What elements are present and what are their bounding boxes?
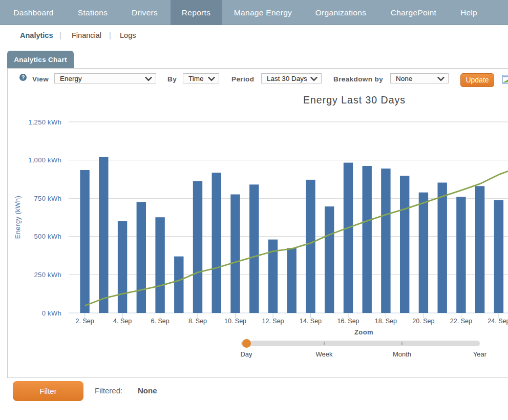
svg-text:4. Sep: 4. Sep [113, 318, 132, 325]
svg-text:16. Sep: 16. Sep [337, 318, 359, 325]
svg-text:2. Sep: 2. Sep [76, 318, 94, 325]
svg-text:24. Sep: 24. Sep [488, 318, 508, 325]
svg-text:20. Sep: 20. Sep [412, 318, 434, 325]
svg-text:6. Sep: 6. Sep [151, 318, 170, 325]
svg-text:500 kWh: 500 kWh [34, 233, 61, 240]
svg-text:Energy (kWh): Energy (kWh) [14, 196, 22, 239]
svg-text:Energy Last 30 Days: Energy Last 30 Days [303, 94, 406, 106]
svg-text:1,250 kWh: 1,250 kWh [28, 118, 61, 126]
svg-text:12. Sep: 12. Sep [262, 318, 284, 325]
svg-text:18. Sep: 18. Sep [375, 318, 397, 325]
svg-text:14. Sep: 14. Sep [300, 318, 322, 325]
svg-text:22. Sep: 22. Sep [450, 318, 472, 325]
svg-text:8. Sep: 8. Sep [188, 318, 207, 325]
svg-text:1,000 kWh: 1,000 kWh [28, 156, 61, 164]
svg-text:750 kWh: 750 kWh [34, 195, 61, 202]
svg-text:0 kWh: 0 kWh [42, 309, 61, 317]
svg-text:250 kWh: 250 kWh [34, 271, 61, 279]
svg-text:10. Sep: 10. Sep [224, 318, 246, 325]
